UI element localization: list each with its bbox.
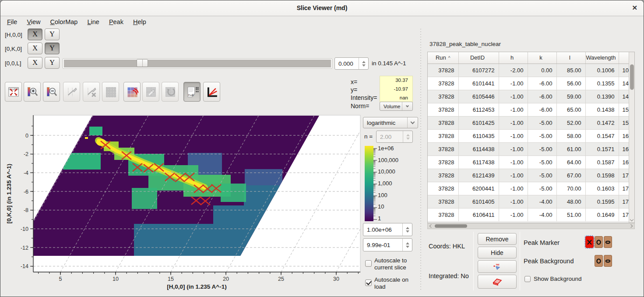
scale-min-spinbox[interactable]: 9.99e-01 <box>363 238 412 251</box>
table-row[interactable]: 378286112453 -1.00-6.00 65.000.1438 153 <box>428 103 635 116</box>
rebin-apply-icon <box>145 86 157 98</box>
dim-label-l: [0,0,L] <box>5 60 21 67</box>
table-row[interactable]: 378286110435 -1.00-5.00 58.000.1547 165 <box>428 129 635 142</box>
peak-table[interactable]: Run^DetIDhklWavelengthTOF 378286107272 -… <box>427 52 635 223</box>
norm-combobox[interactable]: Volume <box>380 102 413 111</box>
colorbar-gradient[interactable] <box>365 146 373 221</box>
menu-item[interactable]: ColorMap <box>46 17 83 27</box>
table-row[interactable]: 378286117438 -1.00-5.00 64.000.1587 169 <box>428 156 635 169</box>
scale-min-value[interactable]: 9.99e-01 <box>363 242 402 248</box>
column-header[interactable]: Wavelength <box>585 52 619 64</box>
table-row[interactable]: 378286121439 -1.00-5.00 67.000.1598 170 <box>428 169 635 182</box>
colorbar-tick-label: 100 <box>378 192 398 198</box>
title-bar[interactable]: Slice Viewer (md) ✕ <box>0 0 644 16</box>
remove-button[interactable]: Remove <box>478 233 517 245</box>
plot-display-button[interactable] <box>203 82 220 102</box>
remove-line-icon <box>85 86 98 98</box>
slice-point-spinbox[interactable]: 0.000 <box>334 57 369 70</box>
slider-track[interactable] <box>64 60 331 67</box>
hide-button[interactable]: Hide <box>478 247 517 258</box>
circle-marker-icon <box>596 239 602 246</box>
reset-view-icon <box>7 86 20 98</box>
table-header-row[interactable]: Run^DetIDhklWavelengthTOF <box>428 52 635 64</box>
scroll-left-icon[interactable] <box>429 224 433 228</box>
table-row[interactable]: 378286200441 -1.00-5.00 70.000.1603 171 <box>428 182 635 195</box>
zoom-out-button[interactable] <box>43 82 60 102</box>
peak-background-label: Peak Background <box>524 258 574 265</box>
svg-text:-10: -10 <box>21 226 28 232</box>
slider-handle[interactable] <box>137 59 148 67</box>
h-y-button[interactable]: Y <box>45 28 60 40</box>
column-header[interactable]: k <box>528 52 556 64</box>
integrated-label: Integrated: No <box>429 272 469 279</box>
scale-max-value[interactable]: 1.00e+06 <box>363 226 402 233</box>
l-y-button[interactable]: Y <box>45 57 60 69</box>
hkl-overlay-button[interactable]: hkl <box>478 260 517 273</box>
table-row[interactable]: 378286101405 -1.00-4.00 48.000.1595 170 <box>428 195 635 208</box>
scrollbar-thumb[interactable] <box>630 64 634 90</box>
svg-text:-12: -12 <box>21 245 28 251</box>
l-x-button[interactable]: X <box>28 57 42 69</box>
menu-item[interactable]: Help <box>128 17 151 27</box>
peaks-overlay-button[interactable]: Peak <box>183 82 201 102</box>
column-header[interactable]: l <box>556 52 585 64</box>
autoscale-load-checkbox[interactable] <box>365 279 372 286</box>
ellipse-marker-icon <box>605 258 611 265</box>
show-background-label: Show Background <box>534 276 582 283</box>
table-horizontal-scrollbar[interactable] <box>427 223 635 229</box>
scroll-down-icon[interactable] <box>630 218 633 221</box>
background-ellipse-button[interactable] <box>604 255 612 267</box>
spin-arrows[interactable] <box>359 58 368 69</box>
slice-slider[interactable] <box>63 58 332 69</box>
h-x-button[interactable]: X <box>28 28 42 40</box>
svg-text:-6: -6 <box>24 189 28 195</box>
draw-line-button[interactable] <box>63 82 80 102</box>
cross-marker-icon <box>587 239 592 246</box>
scale-max-spinbox[interactable]: 1.00e+06 <box>363 223 412 236</box>
power-n-spinbox: 2.00 <box>376 131 413 143</box>
colorbar-tick-label: 10 <box>378 204 398 210</box>
remove-line-button[interactable] <box>83 82 100 102</box>
marker-style-cross-button[interactable] <box>585 236 594 248</box>
slice-plot[interactable]: 510152025300-2-4-6-8-10-12-14[H,0,0] (in… <box>4 111 419 295</box>
dim-label-h: [H,0,0] <box>5 32 22 38</box>
slice-point-value[interactable]: 0.000 <box>335 60 359 67</box>
scroll-right-icon[interactable] <box>629 224 633 228</box>
table-row[interactable]: 378286106411 -1.00-4.00 51.000.1649 175 <box>428 208 635 221</box>
table-row[interactable]: 378286101425 -1.00-5.00 52.000.1472 157 <box>428 116 635 129</box>
zoom-in-button[interactable] <box>24 82 41 102</box>
close-icon[interactable]: ✕ <box>632 4 637 12</box>
marker-style-ellipse-button[interactable] <box>604 236 612 248</box>
show-background-checkbox[interactable] <box>524 276 531 282</box>
circle-marker-icon <box>596 258 602 265</box>
marker-style-circle-button[interactable] <box>595 236 603 248</box>
grid-button[interactable] <box>102 82 119 102</box>
menu-item[interactable]: Line <box>82 17 104 27</box>
table-vertical-scrollbar[interactable] <box>629 52 634 223</box>
table-row[interactable]: 378286114438 -1.00-5.00 61.000.1571 167 <box>428 142 635 156</box>
column-header[interactable]: DetID <box>458 52 499 64</box>
table-row[interactable]: 378286107272 -2.000.00 85.000.1006 107 <box>428 64 635 77</box>
scale-type-combobox[interactable]: logarithmic <box>363 117 418 128</box>
reset-view-button[interactable] <box>5 82 22 102</box>
k-y-button[interactable]: Y <box>45 42 60 54</box>
column-header[interactable]: h <box>499 52 528 64</box>
hkl-overlay-icon: hkl <box>493 262 502 271</box>
clear-peaks-button[interactable] <box>478 275 517 289</box>
table-row[interactable]: 378286101441 -1.00-6.00 56.000.1355 144 <box>428 77 635 90</box>
panel-splitter[interactable] <box>419 28 422 291</box>
table-row[interactable]: 378286105446 -1.00-6.00 59.000.1390 148 <box>428 90 635 103</box>
k-x-button[interactable]: X <box>28 42 42 54</box>
menu-item[interactable]: Peak <box>104 17 128 27</box>
menu-item[interactable]: View <box>22 17 45 27</box>
autoscale-slice-checkbox[interactable] <box>365 260 372 267</box>
rebin-apply-button[interactable] <box>142 82 159 102</box>
rebin-button[interactable] <box>123 82 141 102</box>
x-coord-label: x= <box>351 78 357 85</box>
peak-marker-label: Peak Marker <box>524 239 560 246</box>
background-circle-button[interactable] <box>595 255 603 267</box>
menu-item[interactable]: File <box>2 17 22 27</box>
rebin-refresh-button[interactable] <box>162 82 179 102</box>
column-header[interactable]: Run^ <box>428 52 458 64</box>
scrollbar-thumb[interactable] <box>435 224 467 228</box>
